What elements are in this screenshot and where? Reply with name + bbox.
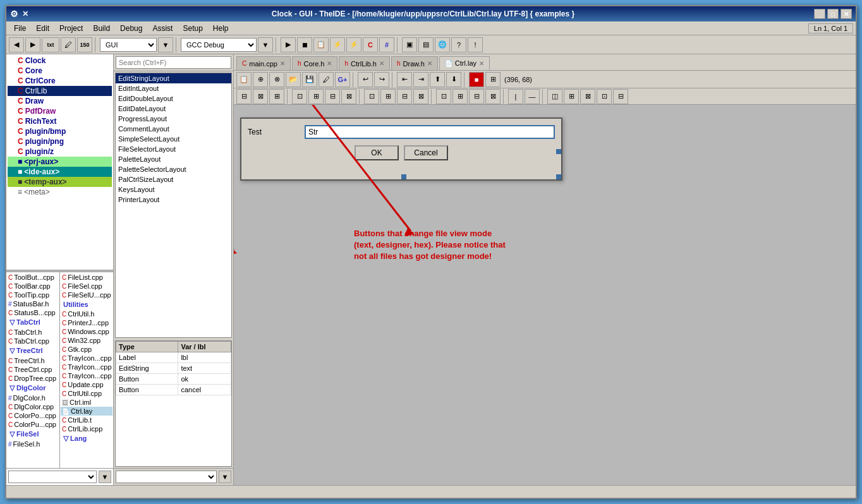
hdr-tabctrl[interactable]: ▽ TabCtrl <box>7 317 59 328</box>
dt1-btn5[interactable]: 💾 <box>302 72 317 87</box>
dt1-grid[interactable]: ⊞ <box>485 72 501 87</box>
lightning-button[interactable]: ⚡ <box>346 37 361 52</box>
tree-item-core[interactable]: CCore <box>8 66 112 76</box>
info-button[interactable]: ! <box>468 37 483 52</box>
dialog-input[interactable] <box>305 125 555 139</box>
file-fileselucpp[interactable]: CFileSelU...cpp <box>61 291 112 299</box>
dt2-b14[interactable]: ⊟ <box>469 89 484 104</box>
hdr-lang[interactable]: ▽ Lang <box>61 433 112 444</box>
dt2-b13[interactable]: ⊞ <box>452 89 468 104</box>
tree-item-prjaux[interactable]: ■<prj-aux> <box>8 157 112 167</box>
hdr-filesel[interactable]: ▽ FileSel <box>7 429 59 440</box>
dt2-b4[interactable]: ⊡ <box>292 89 307 104</box>
layout-editstring[interactable]: EditStringLayout <box>116 73 231 83</box>
build-button[interactable]: ▶ <box>281 37 296 52</box>
file-dlgcolorcpp[interactable]: CDlgColor.cpp <box>7 402 59 411</box>
prop-row-button-ok[interactable]: Button ok <box>116 374 231 385</box>
dt2-b11[interactable]: ⊠ <box>413 89 428 104</box>
file-fileselcpp[interactable]: CFileSel.cpp <box>61 282 112 291</box>
dt1-b3[interactable]: ⬆ <box>430 72 445 87</box>
tb3[interactable]: 🌐 <box>435 37 450 52</box>
dt2-b1[interactable]: ⊟ <box>236 89 252 104</box>
menu-help[interactable]: Help <box>208 23 234 34</box>
menu-build[interactable]: Build <box>88 23 115 34</box>
hdr-utilities[interactable]: Utilities <box>61 299 112 309</box>
tab-close-drawh[interactable]: ✕ <box>427 60 432 67</box>
dt2-b8[interactable]: ⊡ <box>364 89 379 104</box>
dt2-b12[interactable]: ⊡ <box>436 89 451 104</box>
file-statusbarh[interactable]: #StatusBar.h <box>7 299 59 308</box>
dialog-ok-button[interactable]: OK <box>355 145 399 160</box>
thunder-button[interactable]: ⚡ <box>330 37 345 52</box>
file-filter-arrow[interactable]: ▼ <box>99 471 111 483</box>
forward-button[interactable]: ▶ <box>25 37 40 52</box>
layout-combo-arrow[interactable]: ▼ <box>219 471 231 483</box>
dt2-b20[interactable]: ⊠ <box>580 89 595 104</box>
tab-ctrllay[interactable]: 📄 Ctrl.lay ✕ <box>439 56 490 70</box>
file-trayicon2[interactable]: CTrayIcon...cpp <box>61 363 112 371</box>
layout-simpleselect[interactable]: SimpleSelectLayout <box>116 134 231 144</box>
tree-item-meta[interactable]: ≡<meta> <box>8 187 112 197</box>
dt1-undo[interactable]: ↩ <box>358 72 373 87</box>
hex-mode-button[interactable]: 150 <box>77 37 92 52</box>
prop-row-editstring[interactable]: EditString text <box>116 363 231 374</box>
layout-printer[interactable]: PrinterLayout <box>116 195 231 205</box>
layout-editdouble[interactable]: EditDoubleLayout <box>116 93 231 104</box>
file-colorpucpp[interactable]: CColorPu...cpp <box>7 420 59 429</box>
prop-row-button-cancel[interactable]: Button cancel <box>116 385 231 395</box>
help-button[interactable]: ? <box>451 37 466 52</box>
tree-item-ctrllib[interactable]: CCtrlLib <box>8 86 112 96</box>
tree-item-ctrlcore[interactable]: CCtrlCore <box>8 76 112 86</box>
hdr-treectrl[interactable]: ▽ TreeCtrl <box>7 345 59 356</box>
file-win32cpp[interactable]: CWin32.cpp <box>61 336 112 345</box>
dt1-b4[interactable]: ⬇ <box>446 72 461 87</box>
c-button[interactable]: C <box>363 37 378 52</box>
file-ctrliml[interactable]: 🖼Ctrl.iml <box>61 398 112 407</box>
layout-paletteselector[interactable]: PaletteSelectorLayout <box>116 164 231 174</box>
menu-assist[interactable]: Assist <box>147 23 178 34</box>
project-combo-arrow[interactable]: ▼ <box>158 37 173 52</box>
text-mode-button[interactable]: txt <box>42 37 59 52</box>
tab-coreh[interactable]: h Core.h ✕ <box>292 56 338 70</box>
resize-handle-r[interactable] <box>556 149 561 154</box>
dt2-b21[interactable]: ⊡ <box>597 89 612 104</box>
file-dlgcolorh[interactable]: #DlgColor.h <box>7 393 59 402</box>
dt2-b22[interactable]: ⊟ <box>613 89 628 104</box>
menu-edit[interactable]: Edit <box>31 23 54 34</box>
resize-handle-br[interactable] <box>556 174 561 179</box>
minimize-button[interactable]: _ <box>814 9 825 19</box>
resize-handle-b[interactable] <box>401 174 406 179</box>
dt1-b2[interactable]: ⇥ <box>413 72 428 87</box>
tb2[interactable]: ▤ <box>418 37 434 52</box>
file-windowscpp[interactable]: CWindows.cpp <box>61 327 112 336</box>
copy-button[interactable]: 📋 <box>313 37 329 52</box>
tab-drawh[interactable]: h Draw.h ✕ <box>391 56 438 70</box>
back-button[interactable]: ◀ <box>9 37 24 52</box>
hash-button[interactable]: # <box>379 37 394 52</box>
file-updatecpp[interactable]: CUpdate.cpp <box>61 380 112 389</box>
menu-debug[interactable]: Debug <box>115 23 147 34</box>
dt2-b6[interactable]: ⊟ <box>325 89 340 104</box>
dt1-btn6[interactable]: 🖊 <box>319 72 334 87</box>
dt2-b18[interactable]: ◫ <box>547 89 562 104</box>
dialog-cancel-button[interactable]: Cancel <box>404 145 448 160</box>
file-ctrllibicpp[interactable]: CCtrlLib.icpp <box>61 424 112 433</box>
dt1-redo[interactable]: ↪ <box>374 72 389 87</box>
tab-maincpp[interactable]: C main.cpp ✕ <box>236 56 291 70</box>
tab-close-coreh[interactable]: ✕ <box>327 60 332 67</box>
dt1-btn3[interactable]: ⊗ <box>269 72 284 87</box>
tab-ctrllibh[interactable]: h CtrlLib.h ✕ <box>339 56 390 70</box>
tree-item-pdfdraw[interactable]: CPdfDraw <box>8 106 112 116</box>
file-fileselh[interactable]: #FileSel.h <box>7 440 59 448</box>
tree-item-pluginpng[interactable]: Cplugin/png <box>8 136 112 147</box>
dt2-b15[interactable]: ⊠ <box>485 89 501 104</box>
build-combo[interactable]: GCC Debug <box>181 38 257 52</box>
layout-editint[interactable]: EditIntLayout <box>116 83 231 93</box>
project-combo[interactable]: GUI <box>100 38 157 52</box>
tab-close-ctrllibh[interactable]: ✕ <box>379 60 384 67</box>
file-ctrlutilh[interactable]: CCtrlUtil.h <box>61 309 112 318</box>
dt1-b1[interactable]: ⇤ <box>397 72 412 87</box>
tree-item-tempaux[interactable]: ■<temp-aux> <box>8 177 112 187</box>
dt2-b3[interactable]: ⊞ <box>269 89 284 104</box>
stop-button[interactable]: ⏹ <box>297 37 312 52</box>
